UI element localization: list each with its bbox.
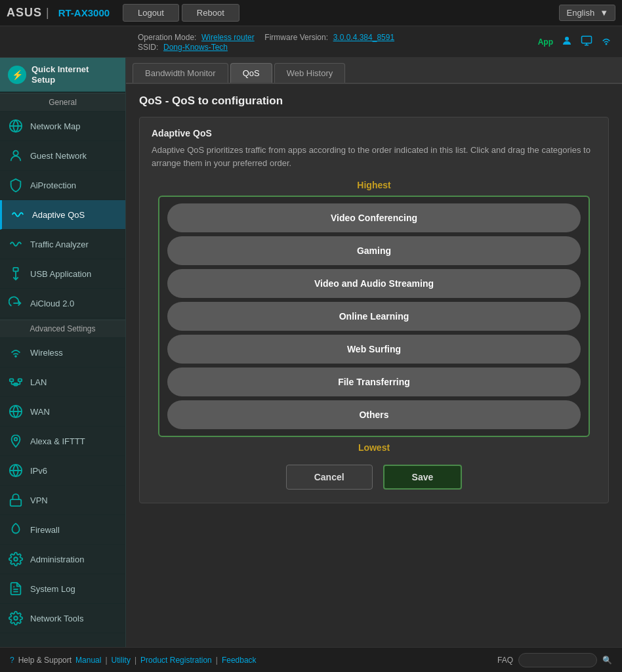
operation-mode-label: Operation Mode: [138,33,196,42]
svg-rect-11 [18,379,22,382]
language-selector[interactable]: English ▼ [559,5,615,21]
help-support-icon: ? [10,656,14,665]
ssid-value[interactable]: Dong-Knows-Tech [163,43,228,52]
footer-link-manual[interactable]: Manual [75,656,101,665]
svg-point-9 [15,356,16,357]
footer: ? Help & Support Manual | Utility | Prod… [0,647,622,672]
sidebar-item-aicloud[interactable]: AiCloud 2.0 [0,289,125,318]
system-log-icon [8,581,24,597]
wifi-icon[interactable] [600,35,612,49]
sidebar-item-usb-application[interactable]: USB Application [0,259,125,289]
sidebar-item-administration[interactable]: Administration [0,545,125,574]
sidebar-item-adaptive-qos[interactable]: Adaptive QoS [0,200,125,230]
tab-qos[interactable]: QoS [230,63,272,83]
network-map-icon [8,118,24,134]
sidebar-item-quick-setup[interactable]: ⚡ Quick Internet Setup [0,58,125,92]
sidebar-item-network-map[interactable]: Network Map [0,112,125,141]
sidebar: ⚡ Quick Internet Setup General Network M… [0,58,126,647]
ssid-label: SSID: [138,43,158,52]
svg-rect-20 [10,499,22,506]
alexa-icon [8,433,24,449]
administration-icon [8,551,24,567]
footer-right: FAQ 🔍 [497,653,612,667]
network-tools-icon [8,610,24,626]
priority-lowest-label: Lowest [152,442,596,453]
svg-point-18 [14,438,18,441]
lan-icon [8,374,24,390]
app-label[interactable]: App [538,37,553,47]
priority-item-web-surfing[interactable]: Web Surfing [167,335,581,364]
sidebar-item-firewall[interactable]: Firewall [0,515,125,545]
info-bar: Operation Mode: Wireless router Firmware… [0,26,622,58]
tab-bandwidth-monitor[interactable]: Bandwidth Monitor [133,63,228,83]
priority-item-video-conferencing[interactable]: Video Conferencing [167,203,581,232]
system-log-label: System Log [30,584,75,594]
usb-application-label: USB Application [30,269,91,279]
administration-label: Administration [30,555,84,564]
firmware-value[interactable]: 3.0.0.4.384_8591 [333,33,394,42]
sidebar-item-wan[interactable]: WAN [0,397,125,427]
save-button[interactable]: Save [383,465,463,490]
logo-divider: | [46,6,49,20]
guest-network-icon [8,148,24,163]
content-area: Bandwidth Monitor QoS Web History QoS - … [126,58,622,647]
vpn-icon [8,492,24,508]
sidebar-item-system-log[interactable]: System Log [0,574,125,604]
network-map-label: Network Map [30,121,81,131]
sidebar-item-wireless[interactable]: Wireless [0,338,125,368]
adaptive-qos-icon [10,207,26,222]
sidebar-item-ipv6[interactable]: IPv6 [0,456,125,486]
page-content: QoS - QoS to configuration Adaptive QoS … [126,84,622,514]
ipv6-icon [8,463,24,478]
header-icons: App [538,35,612,49]
reboot-button[interactable]: Reboot [182,4,239,22]
priority-item-others[interactable]: Others [167,400,581,429]
priority-item-gaming[interactable]: Gaming [167,236,581,265]
user-icon[interactable] [561,35,573,49]
vpn-label: VPN [30,495,48,505]
sidebar-item-alexa[interactable]: Alexa & IFTTT [0,427,125,456]
operation-mode-value[interactable]: Wireless router [201,33,255,42]
search-icon[interactable]: 🔍 [602,656,612,665]
sidebar-item-vpn[interactable]: VPN [0,486,125,515]
network-tools-label: Network Tools [30,614,83,623]
ipv6-label: IPv6 [30,466,47,476]
logout-button[interactable]: Logout [123,4,179,22]
footer-link-feedback[interactable]: Feedback [222,656,257,665]
sidebar-item-network-tools[interactable]: Network Tools [0,604,125,633]
footer-link-product-registration[interactable]: Product Registration [140,656,212,665]
footer-link-utility[interactable]: Utility [112,656,131,665]
logo: ASUS | RT-AX3000 [7,6,110,20]
faq-search-input[interactable] [518,653,597,667]
traffic-analyzer-icon [8,236,24,252]
brand-model: RT-AX3000 [58,7,110,18]
priority-item-video-audio-streaming[interactable]: Video and Audio Streaming [167,269,581,298]
aiprotection-label: AiProtection [30,180,76,190]
top-bar: ASUS | RT-AX3000 Logout Reboot English ▼ [0,0,622,26]
aicloud-label: AiCloud 2.0 [30,299,74,308]
qos-card-title: Adaptive QoS [152,128,596,138]
page-title: QoS - QoS to configuration [139,94,609,108]
priority-item-file-transferring[interactable]: File Transferring [167,368,581,396]
qos-card: Adaptive QoS Adaptive QoS prioritizes tr… [139,117,609,503]
tab-web-history[interactable]: Web History [274,63,346,83]
aicloud-icon [8,295,24,311]
priority-item-online-learning[interactable]: Online Learning [167,302,581,331]
firmware-label: Firmware Version: [264,33,328,42]
priority-highest-label: Highest [152,180,596,190]
sidebar-item-lan[interactable]: LAN [0,368,125,397]
adaptive-qos-label: Adaptive QoS [32,210,85,220]
usb-application-icon [8,266,24,282]
wireless-label: Wireless [30,348,63,358]
quick-setup-icon: ⚡ [8,66,26,84]
info-text: Operation Mode: Wireless router Firmware… [138,32,394,52]
cancel-button[interactable]: Cancel [286,465,373,490]
sidebar-advanced-label: Advanced Settings [0,320,125,338]
sidebar-item-traffic-analyzer[interactable]: Traffic Analyzer [0,230,125,259]
sidebar-item-guest-network[interactable]: Guest Network [0,141,125,171]
monitor-icon[interactable] [581,35,592,49]
aiprotection-icon [8,177,24,193]
sidebar-item-aiprotection[interactable]: AiProtection [0,171,125,200]
svg-point-24 [14,616,18,620]
traffic-analyzer-label: Traffic Analyzer [30,240,89,249]
